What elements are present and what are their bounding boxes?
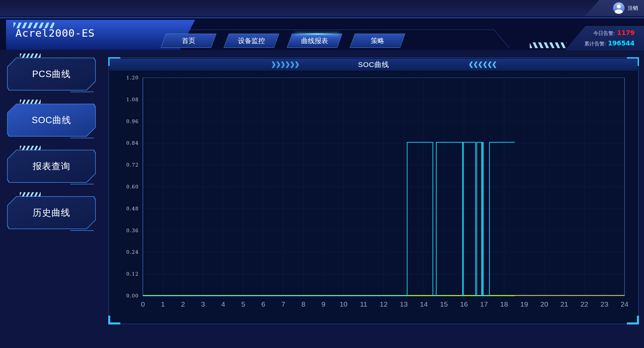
y-axis-tick-label: 0.00: [126, 293, 139, 299]
alarm-summary: 今日告警:1179 累计告警:196544: [565, 26, 644, 50]
x-axis-tick-label: 18: [500, 300, 508, 308]
x-axis-tick-label: 24: [620, 300, 629, 308]
x-axis-tick-label: 10: [339, 300, 347, 308]
alarm-today-label: 今日告警:: [593, 30, 615, 36]
tab-曲线报表[interactable]: 曲线报表: [287, 34, 342, 48]
series-SOC: [143, 142, 515, 296]
x-axis-tick-label: 22: [580, 300, 588, 308]
x-axis-tick-label: 12: [380, 300, 388, 308]
button-underline: [70, 184, 94, 184]
x-axis-tick-label: 19: [520, 300, 528, 308]
sidebar-item-PCS曲线[interactable]: PCS曲线: [7, 58, 96, 91]
soc-chart: 0.000.120.240.360.480.600.720.840.961.08…: [109, 71, 638, 324]
x-axis-tick-label: 9: [322, 300, 326, 308]
sidebar-item-label: 报表查询: [7, 150, 96, 183]
x-axis-tick-label: 11: [360, 300, 367, 308]
topbar: 注销: [0, 0, 644, 16]
sidebar-item-label: PCS曲线: [7, 58, 96, 91]
y-axis-tick-label: 0.36: [126, 228, 139, 233]
x-axis-tick-label: 7: [281, 300, 285, 308]
y-axis-tick-label: 0.60: [126, 184, 139, 189]
x-axis-tick-label: 0: [141, 300, 145, 308]
y-axis-tick-label: 1.20: [126, 75, 139, 80]
button-underline: [70, 92, 94, 92]
sidebar-item-SOC曲线[interactable]: SOC曲线: [7, 104, 96, 137]
sidebar-item-label: 历史曲线: [7, 196, 96, 229]
y-axis-tick-label: 0.24: [126, 249, 139, 255]
y-axis-tick-label: 0.12: [126, 271, 139, 277]
x-axis-tick-label: 8: [301, 300, 306, 308]
alarm-today-value: 1179: [617, 29, 635, 36]
y-axis-tick-label: 0.48: [126, 206, 139, 211]
tab-label: 策略: [353, 34, 402, 47]
user-area: 注销: [613, 2, 638, 14]
y-axis-tick-label: 1.08: [126, 97, 139, 102]
nav-outline-slant: [493, 29, 509, 48]
sidebar-item-历史曲线[interactable]: 历史曲线: [7, 196, 96, 229]
user-avatar-icon[interactable]: [613, 2, 625, 14]
tab-策略[interactable]: 策略: [350, 34, 405, 48]
x-axis-tick-label: 23: [601, 300, 608, 308]
x-axis-tick-label: 14: [420, 300, 428, 308]
x-axis-tick-label: 13: [400, 300, 408, 308]
tab-label: 设备监控: [227, 34, 276, 47]
header-band: Acrel2000-ES 首页设备监控曲线报表策略 今日告警:1179 累计告警…: [0, 18, 644, 50]
chevrons-right-icon: ❯❯❯❯❯❯: [271, 60, 299, 68]
alarm-total-label: 累计告警:: [585, 41, 606, 46]
x-axis-tick-label: 2: [181, 300, 185, 308]
sidebar-item-报表查询[interactable]: 报表查询: [7, 150, 96, 183]
sidebar-item-label: SOC曲线: [7, 104, 96, 137]
tab-设备监控[interactable]: 设备监控: [224, 34, 279, 48]
button-underline: [70, 138, 94, 138]
chevrons-left-icon: ❮❮❮❮❮❮: [468, 60, 496, 68]
x-axis-tick-label: 5: [241, 300, 245, 308]
button-underline: [70, 230, 94, 231]
logout-button[interactable]: 注销: [628, 5, 638, 11]
tab-label: 首页: [164, 34, 213, 47]
x-axis-tick-label: 4: [221, 300, 225, 308]
x-axis-tick-label: 20: [540, 300, 548, 308]
tab-首页[interactable]: 首页: [161, 34, 216, 48]
alarm-today-row: 今日告警:1179: [593, 29, 635, 37]
nav-outline: [158, 30, 494, 30]
x-axis-tick-label: 6: [261, 300, 265, 308]
x-axis-tick-label: 1: [161, 300, 165, 308]
x-axis-tick-label: 16: [460, 300, 468, 308]
app-title: Acrel2000-ES: [15, 27, 95, 39]
app: 注销 Acrel2000-ES 首页设备监控曲线报表策略 今日告警:1179 累…: [0, 0, 644, 348]
alarm-total-value: 196544: [608, 39, 635, 47]
alarm-total-row: 累计告警:196544: [585, 39, 635, 47]
tab-label: 曲线报表: [290, 34, 339, 47]
y-axis-tick-label: 0.96: [126, 119, 139, 124]
x-axis-tick-label: 17: [480, 300, 488, 308]
y-axis-tick-label: 0.84: [126, 140, 139, 146]
chart-title: SOC曲线: [358, 60, 389, 69]
chart-panel: ❯❯❯❯❯❯ SOC曲线 ❮❮❮❮❮❮ 0.000.120.240.360.48…: [109, 58, 639, 324]
x-axis-tick-label: 15: [440, 300, 448, 308]
hatch-decoration-right-icon: [530, 42, 567, 48]
chart-panel-header: ❯❯❯❯❯❯ SOC曲线 ❮❮❮❮❮❮: [110, 59, 638, 71]
x-axis-tick-label: 3: [201, 300, 205, 308]
y-axis-tick-label: 0.72: [126, 162, 139, 168]
x-axis-tick-label: 21: [560, 300, 568, 308]
